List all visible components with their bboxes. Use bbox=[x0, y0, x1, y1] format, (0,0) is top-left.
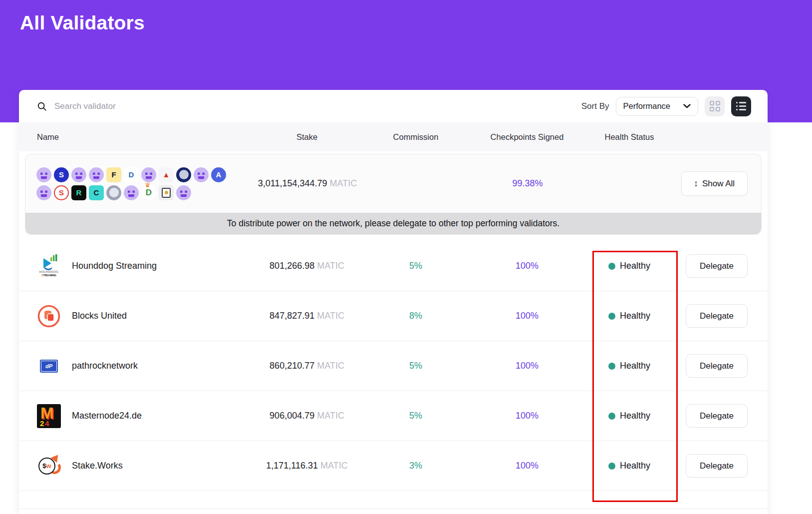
health-status: Healthy bbox=[593, 461, 666, 471]
commission-value: 3% bbox=[370, 461, 461, 471]
validator-row: dP pathrocknetwork 860,210.77 MATIC 5% 1… bbox=[19, 341, 768, 391]
column-header-commission: Commission bbox=[370, 132, 461, 142]
checkpoints-value: 100% bbox=[461, 361, 593, 371]
healthy-dot-icon bbox=[608, 363, 615, 370]
validator-name: Hounddog Streaming bbox=[72, 261, 157, 271]
delegate-notice-banner: To distribute power on the network, plea… bbox=[25, 213, 761, 234]
commission-value: 5% bbox=[370, 361, 461, 371]
grid-view-icon bbox=[710, 101, 720, 111]
top-validators-row: SFD▲A SRCD♛ 3,011,154,344.79 MATIC 99.38… bbox=[25, 154, 761, 213]
health-status: Healthy bbox=[593, 361, 666, 371]
blue-d-logo-avatar: D bbox=[124, 167, 139, 182]
globe-logo-avatar bbox=[106, 185, 121, 200]
crown-d-logo-avatar: D♛ bbox=[141, 185, 156, 200]
row-spacer bbox=[19, 491, 768, 509]
sort-area: Sort By Performance bbox=[581, 96, 751, 116]
hounddog-streaming-logo: HOUNDDOG STREAMING bbox=[37, 254, 61, 278]
validator-name: Stake.Works bbox=[72, 461, 123, 471]
validator-name: Blocks United bbox=[72, 311, 127, 321]
vault-logo-avatar bbox=[159, 185, 174, 200]
updown-arrow-icon: ↕ bbox=[694, 178, 698, 189]
checkpoints-value: 100% bbox=[461, 261, 593, 271]
healthy-dot-icon bbox=[608, 263, 615, 270]
search-bar bbox=[37, 101, 581, 111]
validator-avatars: SFD▲A SRCD♛ bbox=[25, 167, 244, 200]
validator-row: M 2 4 Masternode24.de 906,004.79 MATIC 5… bbox=[19, 391, 768, 441]
validator-list: HOUNDDOG STREAMING Hounddog Streaming 80… bbox=[19, 241, 768, 509]
validator-name: pathrocknetwork bbox=[72, 361, 138, 371]
teal-c-logo-avatar: C bbox=[89, 185, 104, 200]
default-validator-avatar bbox=[124, 185, 139, 200]
default-validator-avatar bbox=[141, 167, 156, 182]
search-icon bbox=[37, 101, 47, 111]
stake-works-logo: $w bbox=[37, 454, 61, 478]
default-validator-avatar bbox=[71, 167, 86, 182]
delegate-button[interactable]: Delegate bbox=[686, 454, 748, 478]
health-status: Healthy bbox=[593, 311, 666, 321]
healthy-dot-icon bbox=[608, 413, 615, 420]
default-validator-avatar bbox=[194, 167, 209, 182]
toolbar: Sort By Performance bbox=[19, 90, 768, 122]
column-header-stake: Stake bbox=[244, 132, 370, 142]
default-validator-avatar bbox=[36, 167, 51, 182]
teal-r-logo-avatar: R bbox=[71, 185, 86, 200]
validator-row: $w Stake.Works 1,171,116.31 MATIC 3% 100… bbox=[19, 441, 768, 491]
aggregate-stake: 3,011,154,344.79 MATIC bbox=[244, 178, 371, 189]
stake-unit: MATIC bbox=[330, 178, 357, 188]
health-status: Healthy bbox=[593, 261, 666, 271]
sort-select[interactable]: Performance bbox=[616, 97, 698, 116]
default-validator-avatar bbox=[89, 167, 104, 182]
commission-value: 5% bbox=[370, 261, 461, 271]
blue-a-logo-avatar: A bbox=[211, 167, 226, 182]
table-header: Name Stake Commission Checkpoints Signed… bbox=[19, 122, 768, 151]
delegate-button[interactable]: Delegate bbox=[686, 354, 748, 378]
masternode24-logo: M 2 4 bbox=[37, 404, 61, 428]
validator-row: Blocks United 847,827.91 MATIC 8% 100% H… bbox=[19, 291, 768, 341]
healthy-dot-icon bbox=[608, 463, 615, 470]
blocks-united-logo bbox=[37, 304, 61, 328]
delegate-button[interactable]: Delegate bbox=[686, 304, 748, 328]
list-view-button[interactable] bbox=[731, 96, 751, 116]
list-view-icon bbox=[736, 102, 746, 110]
stake-value: 801,266.98 MATIC bbox=[244, 261, 370, 271]
commission-value: 8% bbox=[370, 311, 461, 321]
aggregate-checkpoints: 99.38% bbox=[462, 178, 593, 189]
page-title: All Validators bbox=[20, 12, 145, 34]
delegate-button[interactable]: Delegate bbox=[686, 404, 748, 428]
default-validator-avatar bbox=[36, 185, 51, 200]
top-validators-block: SFD▲A SRCD♛ 3,011,154,344.79 MATIC 99.38… bbox=[25, 154, 762, 235]
default-validator-avatar bbox=[176, 185, 191, 200]
checkpoints-value: 100% bbox=[461, 411, 593, 421]
delegate-button[interactable]: Delegate bbox=[686, 254, 748, 278]
column-header-checkpoints: Checkpoints Signed bbox=[461, 132, 593, 142]
healthy-dot-icon bbox=[608, 313, 615, 320]
stake-value: 860,210.77 MATIC bbox=[244, 361, 370, 371]
health-status: Healthy bbox=[593, 411, 666, 421]
validators-card: Sort By Performance Name Stake Commissio… bbox=[19, 90, 768, 514]
validator-row: HOUNDDOG STREAMING Hounddog Streaming 80… bbox=[19, 241, 768, 291]
validator-name: Masternode24.de bbox=[72, 411, 142, 421]
moon-logo-avatar bbox=[176, 167, 191, 182]
blue-s-logo-avatar: S bbox=[54, 167, 69, 182]
search-input[interactable] bbox=[54, 101, 264, 111]
stake-value: 906,004.79 MATIC bbox=[244, 411, 370, 421]
sort-by-label: Sort By bbox=[581, 101, 609, 111]
stake-value: 1,171,116.31 MATIC bbox=[244, 461, 370, 471]
sort-select-value: Performance bbox=[623, 101, 670, 111]
show-all-button[interactable]: ↕ Show All bbox=[681, 171, 748, 196]
checkpoints-value: 100% bbox=[461, 311, 593, 321]
checkpoints-value: 100% bbox=[461, 461, 593, 471]
column-header-name: Name bbox=[19, 132, 244, 142]
yellow-f-logo-avatar: F bbox=[106, 167, 121, 182]
pathrocknetwork-logo: dP bbox=[37, 354, 61, 378]
stake-value: 847,827.91 MATIC bbox=[244, 311, 370, 321]
red-mountain-logo-avatar: ▲ bbox=[159, 167, 174, 182]
chevron-down-icon bbox=[683, 104, 691, 108]
grid-view-button[interactable] bbox=[705, 96, 725, 116]
commission-value: 5% bbox=[370, 411, 461, 421]
red-s-logo-avatar: S bbox=[54, 185, 69, 200]
column-header-health: Health Status bbox=[593, 132, 666, 142]
